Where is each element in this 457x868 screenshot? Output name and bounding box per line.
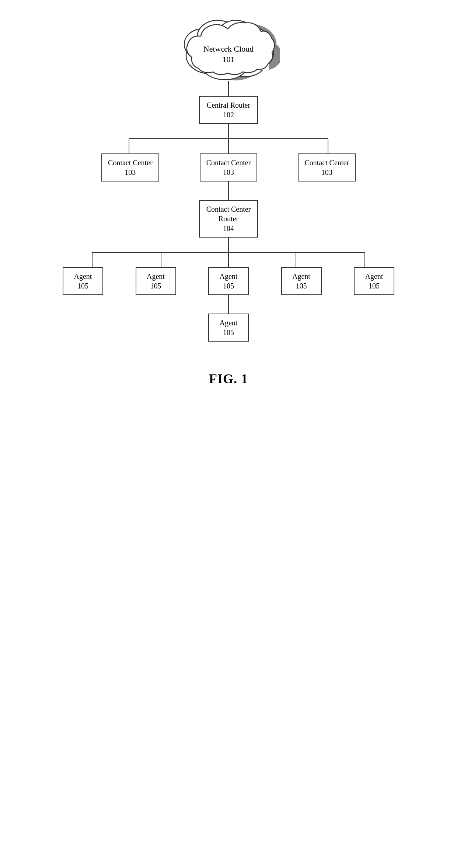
figure-label: FIG. 1 xyxy=(209,371,248,387)
central-router-number: 102 xyxy=(223,111,234,119)
cc-router-line1: Contact Center xyxy=(206,205,251,213)
agent-3-line1: Agent xyxy=(220,272,238,280)
agent-branch-area xyxy=(63,238,394,267)
agent-bottom-box: Agent 105 xyxy=(208,314,249,342)
connector-cc-to-router xyxy=(228,181,229,200)
agent-2-line1: Agent xyxy=(147,272,165,280)
connector-agent3-to-bottom xyxy=(228,295,229,314)
cc-router-line3: 104 xyxy=(223,224,234,232)
agent-5-box: Agent 105 xyxy=(354,267,394,295)
agents-row: Agent 105 Agent 105 Agent 105 Agent 105 xyxy=(63,267,394,342)
agent-5-line1: Agent xyxy=(365,272,383,280)
svg-text:101: 101 xyxy=(223,55,235,64)
diagram: Network Cloud 101 Central Router 102 xyxy=(0,15,457,387)
agent-branch-svg xyxy=(63,238,394,267)
cc-left-line2: 103 xyxy=(125,168,136,176)
agent-3-line2: 105 xyxy=(223,282,234,290)
agent-1-line1: Agent xyxy=(74,272,92,280)
agent-2-box: Agent 105 xyxy=(136,267,176,295)
cc-center-line1: Contact Center xyxy=(206,159,251,167)
cc-router-line2: Router xyxy=(219,215,238,223)
connector-cloud-to-central xyxy=(228,81,229,96)
col-left: Contact Center 103 xyxy=(81,153,179,181)
network-cloud-wrapper: Network Cloud 101 xyxy=(177,15,280,81)
central-router-label: Central Router xyxy=(207,101,250,109)
cc-right-line2: 103 xyxy=(321,168,332,176)
cc-right-line1: Contact Center xyxy=(304,159,349,167)
contact-center-right-box: Contact Center 103 xyxy=(298,153,356,181)
agent-bottom-line2: 105 xyxy=(223,328,234,336)
contact-center-left-box: Contact Center 103 xyxy=(101,153,159,181)
agent-3-box: Agent 105 xyxy=(208,267,249,295)
contact-centers-row: Contact Center 103 Contact Center 103 Co… xyxy=(81,153,376,181)
agent-bottom-line1: Agent xyxy=(220,319,238,327)
agent-col-4: Agent 105 xyxy=(281,267,322,295)
cc-center-line2: 103 xyxy=(223,168,234,176)
agent-2-line2: 105 xyxy=(150,282,161,290)
branch-lines-svg xyxy=(81,124,376,153)
agent-1-box: Agent 105 xyxy=(63,267,103,295)
agent-col-3: Agent 105 Agent 105 xyxy=(208,267,249,342)
cc-left-line1: Contact Center xyxy=(108,159,153,167)
agent-1-line2: 105 xyxy=(77,282,88,290)
branch-connector-area xyxy=(81,124,376,153)
agent-col-1: Agent 105 xyxy=(63,267,103,295)
col-right: Contact Center 103 xyxy=(278,153,376,181)
central-router-box: Central Router 102 xyxy=(199,96,258,124)
agent-4-box: Agent 105 xyxy=(281,267,322,295)
agent-4-line1: Agent xyxy=(292,272,310,280)
col-center: Contact Center 103 xyxy=(179,153,278,181)
agent-4-line2: 105 xyxy=(296,282,307,290)
agent-col-5: Agent 105 xyxy=(354,267,394,295)
svg-text:Network Cloud: Network Cloud xyxy=(203,44,254,53)
contact-center-center-box: Contact Center 103 xyxy=(200,153,258,181)
cc-router-box: Contact Center Router 104 xyxy=(199,200,258,238)
agent-5-line2: 105 xyxy=(369,282,380,290)
network-cloud: Network Cloud 101 xyxy=(177,15,280,81)
agent-col-2: Agent 105 xyxy=(136,267,176,295)
